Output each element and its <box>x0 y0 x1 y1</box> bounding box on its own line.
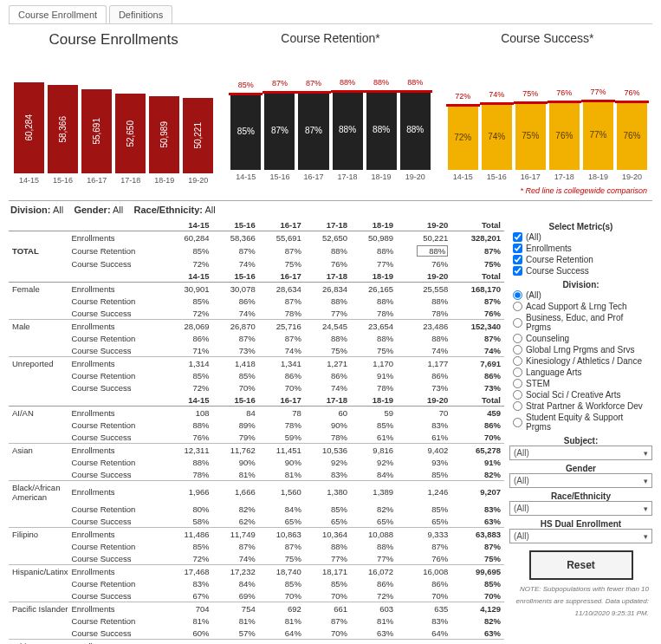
metric-option[interactable]: Course Retention <box>509 254 652 265</box>
bar: 60,284 <box>14 82 44 173</box>
redline <box>331 90 365 93</box>
metric-option[interactable]: (All) <box>509 231 652 243</box>
division-option[interactable]: Kinesiology / Athletics / Dance <box>509 355 652 367</box>
table-row: FilipinoEnrollments11,48611,74910,86310,… <box>9 528 504 541</box>
cell-value: 69% <box>213 589 259 602</box>
col-header: Total <box>451 394 504 407</box>
dual-value: (All) <box>514 531 529 541</box>
table-row: Black/African AmericanEnrollments1,9661,… <box>9 481 504 504</box>
race-dropdown[interactable]: (All)▾ <box>509 501 652 516</box>
cell-value: 83% <box>305 468 351 481</box>
cell-value: 25,558 <box>397 283 451 296</box>
cell-value: 72% <box>166 381 212 394</box>
division-label: Language Arts <box>526 368 582 377</box>
dual-dropdown[interactable]: (All)▾ <box>509 529 652 543</box>
division-radio[interactable] <box>513 302 522 311</box>
col-header: 15-16 <box>213 270 259 283</box>
bar-value: 55,691 <box>92 118 101 145</box>
division-radio[interactable] <box>513 334 522 343</box>
metric-label: Enrollments <box>71 481 166 504</box>
metric-checkbox[interactable] <box>513 232 522 242</box>
cell-value: 82% <box>451 468 504 481</box>
division-option[interactable]: Global Lrng Prgms and Srvs <box>509 344 652 355</box>
division-radio[interactable] <box>513 345 522 355</box>
division-option[interactable]: Strat Partner & Workforce Dev <box>509 400 652 412</box>
division-option[interactable]: Acad Support & Lrng Tech <box>509 301 652 312</box>
cell-value: 86% <box>351 577 397 589</box>
table-row: Course Retention88%89%78%90%85%83%86% <box>9 419 504 431</box>
cell-value: 63,883 <box>451 528 504 541</box>
division-radio[interactable] <box>513 390 522 400</box>
division-label: (All) <box>526 290 541 300</box>
cell-value: 11,486 <box>166 528 212 541</box>
cell-value: 87% <box>259 244 305 257</box>
bar: 87% <box>298 91 328 170</box>
bar-value: 58,366 <box>58 116 68 143</box>
bar-category: 14-15 <box>19 173 39 185</box>
bar-category: 17-18 <box>120 173 140 185</box>
cell-value: 91% <box>351 369 397 381</box>
bar: 88% <box>333 90 363 170</box>
division-radio[interactable] <box>513 368 522 377</box>
cell-value: 86% <box>397 369 451 381</box>
metric-option[interactable]: Course Success <box>509 265 652 276</box>
metric-checkbox[interactable] <box>513 255 522 264</box>
division-option[interactable]: STEM <box>509 378 652 389</box>
bar-value: 88% <box>339 125 356 134</box>
cell-value: 63% <box>351 627 397 640</box>
bar-category: 18-19 <box>588 170 608 181</box>
cell-value: 92% <box>305 456 351 468</box>
bar-value: 72% <box>454 133 471 142</box>
division-option[interactable]: Social Sci / Creative Arts <box>509 389 652 400</box>
cell-value: 88% <box>351 540 397 552</box>
reset-button[interactable]: Reset <box>529 550 633 580</box>
cell-value: 10,088 <box>351 528 397 541</box>
division-option[interactable]: Counseling <box>509 333 652 344</box>
cell-value: 23,654 <box>351 320 397 333</box>
metric-checkbox[interactable] <box>513 266 522 276</box>
metric-checkbox[interactable] <box>513 244 522 253</box>
cell-value: 78 <box>259 407 305 420</box>
col-header: 17-18 <box>305 218 351 231</box>
col-header: Total <box>451 218 504 231</box>
division-radio[interactable] <box>513 418 522 427</box>
division-radio[interactable] <box>513 356 522 366</box>
division-option[interactable]: Business, Educ, and Prof Prgms <box>509 312 652 333</box>
cell-value: 1,418 <box>213 357 259 370</box>
bar: 76% <box>549 101 580 170</box>
cell-value: 75% <box>259 257 305 270</box>
tab-definitions[interactable]: Definitions <box>109 5 172 23</box>
division-option[interactable]: Language Arts <box>509 367 652 378</box>
cell-value: 85% <box>305 503 351 515</box>
cell-value: 84% <box>259 503 305 515</box>
cell-value: 74% <box>305 381 351 394</box>
table-row: Course Success58%62%65%65%65%65%63% <box>9 515 504 528</box>
race-value: All <box>204 205 215 215</box>
race-value: (All) <box>514 504 529 513</box>
cell-value: 79% <box>213 431 259 444</box>
cell-value: 88% <box>351 295 397 307</box>
bar-value: 52,650 <box>126 120 135 147</box>
metric-option[interactable]: Enrollments <box>509 243 652 254</box>
chevron-down-icon: ▾ <box>644 504 648 513</box>
gender-dropdown[interactable]: (All)▾ <box>509 473 652 488</box>
cell-value: 88% <box>305 295 351 307</box>
metric-label: Enrollments <box>71 602 166 615</box>
metric-label: Course Retention <box>71 295 166 307</box>
division-radio[interactable] <box>513 318 522 328</box>
table-header: 14-1515-1616-1717-1818-1919-20Total <box>9 270 504 283</box>
tab-course-enrollment[interactable]: Course Enrollment <box>9 5 107 23</box>
division-option[interactable]: (All) <box>509 289 652 301</box>
division-radio[interactable] <box>513 290 522 300</box>
redline <box>399 90 432 93</box>
table-row: Hispanic/LatinxEnrollments17,46817,23218… <box>9 565 504 578</box>
redline-label: 74% <box>489 90 504 102</box>
subject-dropdown[interactable]: (All)▾ <box>509 446 652 460</box>
cell-value: 9,333 <box>397 528 451 541</box>
cell-value: 74% <box>213 307 259 320</box>
cell-value: 81% <box>259 615 305 627</box>
cell-value: 87% <box>213 540 259 552</box>
division-radio[interactable] <box>513 401 522 411</box>
division-radio[interactable] <box>513 379 522 388</box>
division-option[interactable]: Student Equity & Support Prgms <box>509 412 652 433</box>
